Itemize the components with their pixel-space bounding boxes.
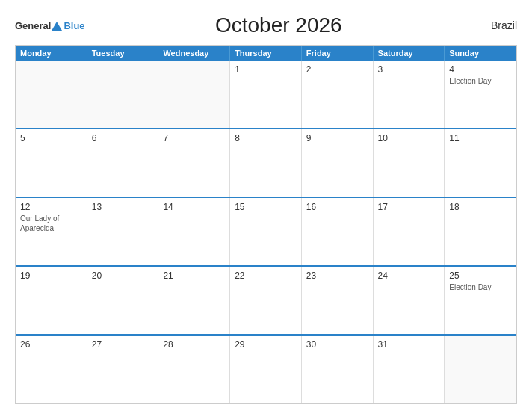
day-number: 14	[163, 202, 225, 212]
cal-cell: 30	[302, 336, 374, 403]
week-row-2: 12Our Lady of Aparecida131415161718	[16, 197, 516, 265]
day-number: 21	[163, 271, 225, 281]
cal-cell: 25Election Day	[445, 267, 516, 334]
cal-cell: 13	[87, 198, 159, 265]
day-number: 11	[449, 133, 512, 143]
header-day-thursday: Thursday	[230, 46, 302, 61]
day-number: 29	[235, 339, 297, 350]
calendar: MondayTuesdayWednesdayThursdayFridaySatu…	[15, 45, 517, 404]
day-number: 26	[20, 339, 82, 350]
header-day-monday: Monday	[16, 46, 87, 61]
logo-blue-text: Blue	[64, 21, 84, 31]
cal-cell	[87, 61, 159, 128]
cal-cell: 28	[158, 336, 230, 403]
cal-cell: 24	[374, 267, 445, 334]
cal-cell: 15	[230, 198, 302, 265]
calendar-header: MondayTuesdayWednesdayThursdayFridaySatu…	[16, 46, 516, 61]
header: General Blue October 2026 Brazil	[15, 13, 517, 37]
cal-cell: 16	[302, 198, 374, 265]
day-number: 5	[20, 133, 82, 143]
cal-cell: 31	[374, 336, 445, 403]
day-number: 4	[449, 64, 512, 75]
cal-cell: 29	[230, 336, 302, 403]
cal-cell	[445, 336, 516, 403]
cal-cell: 6	[87, 129, 159, 197]
cal-cell: 11	[445, 129, 516, 197]
cal-cell: 22	[230, 267, 302, 334]
day-number: 15	[235, 202, 297, 212]
cal-cell: 7	[158, 129, 230, 197]
cal-cell: 20	[87, 267, 159, 334]
calendar-title: October 2026	[85, 13, 472, 37]
header-day-tuesday: Tuesday	[87, 46, 159, 61]
event-label: Election Day	[449, 282, 512, 292]
cal-cell: 17	[374, 198, 445, 265]
day-number: 19	[20, 271, 82, 281]
logo: General Blue	[15, 21, 85, 31]
day-number: 8	[235, 133, 297, 143]
cal-cell: 12Our Lady of Aparecida	[16, 198, 87, 265]
cal-cell: 8	[230, 129, 302, 197]
day-number: 3	[378, 64, 440, 75]
day-number: 2	[306, 64, 368, 75]
day-number: 28	[163, 339, 225, 350]
day-number: 24	[378, 271, 440, 281]
country-label: Brazil	[472, 19, 517, 31]
day-number: 17	[378, 202, 440, 212]
day-number: 20	[92, 271, 154, 281]
week-row-1: 567891011	[16, 128, 516, 197]
cal-cell: 9	[302, 129, 374, 197]
day-number: 27	[92, 339, 154, 350]
cal-cell: 14	[158, 198, 230, 265]
logo-triangle-icon	[52, 22, 62, 31]
cal-cell: 4Election Day	[445, 61, 516, 128]
event-label: Our Lady of Aparecida	[20, 214, 82, 233]
calendar-body: 1234Election Day56789101112Our Lady of A…	[16, 61, 516, 403]
page: General Blue October 2026 Brazil MondayT…	[0, 0, 532, 411]
cal-cell: 26	[16, 336, 87, 403]
day-number: 6	[92, 133, 154, 143]
header-day-friday: Friday	[302, 46, 374, 61]
cal-cell: 23	[302, 267, 374, 334]
cal-cell: 3	[374, 61, 445, 128]
week-row-4: 262728293031	[16, 334, 516, 403]
header-day-saturday: Saturday	[374, 46, 445, 61]
day-number: 16	[306, 202, 368, 212]
day-number: 1	[235, 64, 297, 75]
week-row-0: 1234Election Day	[16, 61, 516, 128]
day-number: 31	[378, 339, 440, 350]
cal-cell: 10	[374, 129, 445, 197]
day-number: 9	[306, 133, 368, 143]
cal-cell	[16, 61, 87, 128]
cal-cell: 1	[230, 61, 302, 128]
cal-cell: 2	[302, 61, 374, 128]
day-number: 23	[306, 271, 368, 281]
cal-cell: 5	[16, 129, 87, 197]
cal-cell: 27	[87, 336, 159, 403]
day-number: 18	[449, 202, 512, 212]
day-number: 12	[20, 202, 82, 212]
day-number: 10	[378, 133, 440, 143]
week-row-3: 19202122232425Election Day	[16, 265, 516, 334]
day-number: 25	[449, 271, 512, 281]
cal-cell: 19	[16, 267, 87, 334]
header-day-wednesday: Wednesday	[158, 46, 230, 61]
day-number: 22	[235, 271, 297, 281]
day-number: 30	[306, 339, 368, 350]
cal-cell: 21	[158, 267, 230, 334]
day-number: 13	[92, 202, 154, 212]
cal-cell: 18	[445, 198, 516, 265]
header-day-sunday: Sunday	[445, 46, 516, 61]
cal-cell	[158, 61, 230, 128]
day-number: 7	[163, 133, 225, 143]
logo-general-text: General	[15, 21, 51, 31]
event-label: Election Day	[449, 76, 512, 86]
